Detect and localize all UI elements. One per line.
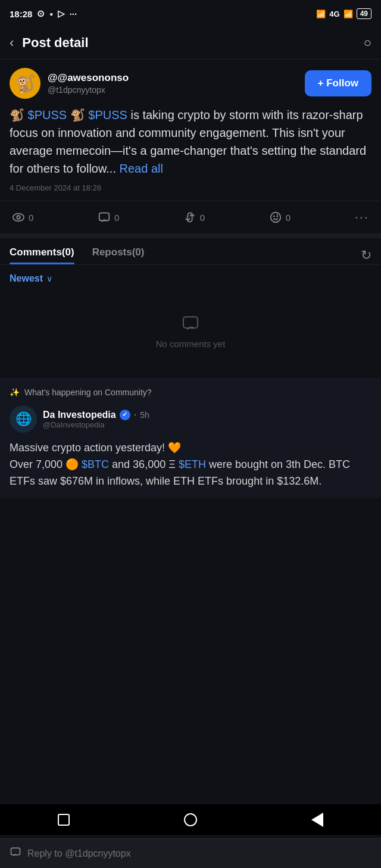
reply-bar — [0, 838, 381, 868]
no-comments-icon — [181, 314, 200, 333]
nav-bar — [0, 804, 381, 835]
svg-rect-2 — [99, 213, 110, 221]
svg-rect-7 — [11, 848, 20, 855]
tabs-section: Comments(0) Reposts(0) ↻ Newest ∨ No com… — [0, 238, 381, 379]
community-handle: @DaInvestopedia — [43, 420, 149, 429]
reactions-action[interactable]: 0 — [269, 211, 291, 224]
comment-icon — [98, 211, 111, 224]
tab-reposts[interactable]: Reposts(0) — [92, 246, 145, 264]
page-title: Post detail — [22, 35, 363, 51]
reply-input[interactable] — [27, 848, 371, 859]
tab-comments[interactable]: Comments(0) — [10, 246, 74, 264]
chevron-down-icon: ∨ — [46, 274, 52, 283]
nav-circle-icon — [184, 813, 197, 826]
community-dot: · — [134, 410, 136, 420]
nav-home-button[interactable] — [177, 807, 204, 833]
author-handle: @t1dpcnyytopx — [48, 85, 129, 95]
community-author-row: 🌐 Da Investopedia ✓ · 5h @DaInvestopedia — [10, 405, 371, 433]
avatar: 🐒 — [10, 68, 40, 99]
verified-badge: ✓ — [120, 410, 130, 420]
community-author-info: Da Investopedia ✓ · 5h @DaInvestopedia — [43, 410, 149, 429]
more-options-button[interactable]: ··· — [355, 210, 369, 225]
hashtag-puss2: $PUSS — [88, 108, 127, 121]
post-section: 🐒 @@awesononso @t1dpcnyytopx + Follow 🐒 … — [0, 60, 381, 233]
refresh-icon[interactable]: ↻ — [361, 248, 371, 263]
section-divider — [0, 233, 381, 238]
page-header: ‹ Post detail ○ — [0, 26, 381, 60]
views-action[interactable]: 0 — [12, 211, 33, 224]
hashtag-puss1: $PUSS — [28, 108, 67, 121]
search-icon[interactable]: ○ — [364, 35, 371, 51]
reposts-action[interactable]: 0 — [183, 211, 205, 224]
reaction-icon — [269, 211, 282, 224]
author-info: @@awesononso @t1dpcnyytopx — [48, 72, 129, 95]
author-left: 🐒 @@awesononso @t1dpcnyytopx — [10, 68, 129, 99]
tabs-row: Comments(0) Reposts(0) ↻ — [10, 238, 371, 264]
no-comments-area: No comments yet — [10, 290, 371, 379]
hashtag-eth: $ETH — [179, 458, 206, 470]
status-time: 18:28 ⊙ ▪ ▷ ··· — [10, 8, 77, 19]
nav-back-button[interactable] — [304, 807, 330, 833]
status-icons: 📶 4G 📶 49 — [316, 8, 371, 19]
svg-point-3 — [270, 213, 280, 223]
community-author-name: Da Investopedia — [43, 410, 116, 420]
post-author-row: 🐒 @@awesononso @t1dpcnyytopx + Follow — [10, 68, 371, 99]
community-avatar: 🌐 — [10, 405, 37, 433]
sort-label: Newest — [10, 273, 43, 284]
community-header: ✨ What's happening on Community? — [10, 388, 371, 397]
hashtag-btc: $BTC — [82, 458, 109, 470]
community-post-text: Massive crypto action yesterday! 🧡Over 7… — [10, 440, 371, 490]
read-all-link[interactable]: Read all — [120, 162, 163, 175]
community-section: ✨ What's happening on Community? 🌐 Da In… — [0, 379, 381, 498]
no-comments-text: No comments yet — [156, 339, 226, 349]
comments-action[interactable]: 0 — [98, 211, 119, 224]
community-post-time: 5h — [140, 410, 149, 420]
svg-point-0 — [13, 214, 24, 221]
follow-button[interactable]: + Follow — [305, 70, 371, 96]
actions-row: 0 0 0 0 — [10, 201, 371, 233]
nav-square-icon — [58, 814, 70, 826]
author-display-name: @@awesononso — [48, 72, 129, 84]
svg-point-1 — [17, 216, 20, 219]
status-bar: 18:28 ⊙ ▪ ▷ ··· 📶 4G 📶 49 — [0, 0, 381, 26]
back-button[interactable]: ‹ — [10, 35, 14, 51]
bottom-padding — [0, 498, 381, 570]
post-date: 4 December 2024 at 18:28 — [10, 183, 371, 192]
reply-icon — [10, 846, 21, 861]
post-content: 🐒 $PUSS 🐒 $PUSS is taking crypto by stor… — [10, 106, 371, 177]
nav-triangle-icon — [311, 813, 323, 827]
eye-icon — [12, 211, 25, 224]
svg-rect-6 — [183, 317, 198, 328]
nav-square-button[interactable] — [51, 807, 77, 833]
community-name-row: Da Investopedia ✓ · 5h — [43, 410, 149, 420]
tabs-left: Comments(0) Reposts(0) — [10, 246, 144, 264]
repost-icon — [183, 211, 196, 224]
sort-dropdown[interactable]: Newest ∨ — [10, 265, 371, 290]
